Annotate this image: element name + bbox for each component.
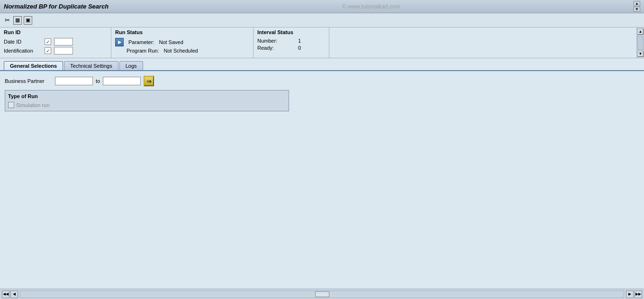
run-id-title: Run ID [4, 29, 107, 36]
scroll-down-icon[interactable]: ▼ [634, 7, 640, 12]
business-partner-from-input[interactable] [55, 77, 93, 85]
business-partner-to-input[interactable] [103, 77, 141, 85]
interval-status-title: Interval Status [257, 29, 325, 36]
scroll-right-end-btn[interactable]: ▶▶ [635, 290, 642, 298]
bottom-bar: ◀◀ ◀ ▶ ▶▶ [0, 289, 644, 299]
page-title: Normalized BP for Duplicate Search [4, 3, 109, 10]
ready-value: 0 [298, 45, 301, 51]
interval-status-panel: Interval Status Number: 1 Ready: 0 [254, 27, 329, 58]
arrow-right-icon: ⇒ [146, 78, 152, 85]
simulation-run-label: Simulation run [16, 102, 49, 108]
date-id-label: Date ID [4, 39, 42, 45]
program-run-value: Not Scheduled [163, 48, 198, 54]
number-label: Number: [257, 38, 295, 44]
identification-checkbox[interactable]: ✓ [45, 47, 51, 54]
tabs-container: General Selections Technical Settings Lo… [0, 58, 644, 71]
number-row: Number: 1 [257, 38, 325, 44]
parameter-row: ▶ Parameter: Not Saved [115, 38, 249, 46]
run-status-panel: Run Status ▶ Parameter: Not Saved Progra… [111, 27, 254, 58]
date-id-input[interactable] [54, 38, 73, 45]
bottom-right-nav: ▶ ▶▶ [626, 290, 642, 298]
program-run-row: Program Run: Not Scheduled [115, 48, 249, 54]
ready-row: Ready: 0 [257, 45, 325, 51]
program-run-label: Program Run: [127, 48, 159, 54]
scroll-right-btn[interactable]: ▶ [626, 290, 634, 298]
parameter-value: Not Saved [159, 39, 183, 45]
toolbar: ✂ ▦ ▣ [0, 13, 644, 27]
tab-general-selections[interactable]: General Selections [4, 61, 63, 70]
tab-content-general: Business Partner to ⇒ Type of Run Simula… [0, 71, 644, 116]
business-partner-row: Business Partner to ⇒ [5, 76, 639, 86]
info-scroll-up[interactable]: ▲ [637, 28, 644, 35]
scroll-up-icon[interactable]: ▲ [634, 1, 640, 6]
scroll-left-start-btn[interactable]: ◀◀ [2, 290, 9, 298]
copy-icon[interactable]: ▦ [13, 16, 22, 25]
info-scroll-down[interactable]: ▼ [637, 51, 644, 57]
bottom-scroll-thumb [315, 291, 329, 297]
tab-logs[interactable]: Logs [119, 61, 143, 70]
business-partner-select-button[interactable]: ⇒ [144, 76, 154, 86]
parameter-label: Parameter: [128, 39, 154, 45]
info-panels: Run ID Date ID ✓ Identification ✓ Run St… [0, 27, 644, 58]
tab-technical-settings[interactable]: Technical Settings [64, 61, 118, 70]
watermark: © www.tutorialkart.com [342, 3, 400, 10]
scissors-icon[interactable]: ✂ [3, 16, 11, 25]
bottom-scrollbar[interactable] [20, 290, 624, 298]
business-partner-label: Business Partner [5, 78, 52, 84]
info-scrollbar: ▲ ▼ [636, 27, 644, 58]
date-id-row: Date ID ✓ [4, 38, 107, 45]
run-id-panel: Run ID Date ID ✓ Identification ✓ [0, 27, 111, 58]
number-value: 1 [298, 38, 301, 44]
date-id-checkbox[interactable]: ✓ [45, 38, 51, 45]
identification-input[interactable] [54, 47, 73, 54]
paste-icon[interactable]: ▣ [24, 16, 32, 25]
bottom-left-nav: ◀◀ ◀ [2, 290, 18, 298]
type-of-run-title: Type of Run [8, 93, 286, 99]
identification-row: Identification ✓ [4, 47, 107, 54]
ready-label: Ready: [257, 45, 295, 51]
to-label: to [96, 78, 100, 84]
parameter-status-icon: ▶ [115, 38, 124, 46]
simulation-run-checkbox[interactable] [8, 102, 14, 108]
simulation-run-row: Simulation run [8, 102, 286, 108]
title-bar: Normalized BP for Duplicate Search © www… [0, 0, 644, 13]
type-of-run-box: Type of Run Simulation run [5, 90, 289, 111]
identification-label: Identification [4, 48, 42, 54]
run-status-title: Run Status [115, 29, 249, 36]
scroll-left-btn[interactable]: ◀ [10, 290, 18, 298]
